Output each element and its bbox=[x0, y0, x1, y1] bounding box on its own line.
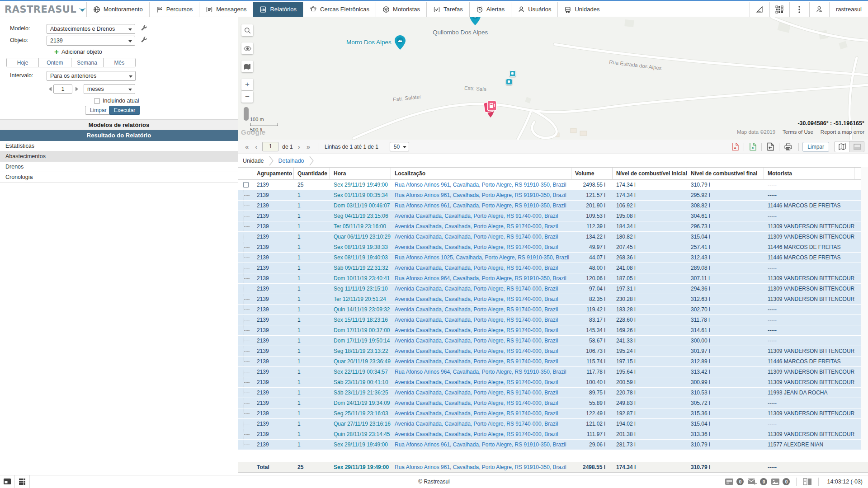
tab-unidades[interactable]: Unidades bbox=[558, 2, 606, 17]
zoom-in-button[interactable]: + bbox=[241, 79, 253, 90]
col-motorista[interactable]: Motorista bbox=[764, 168, 854, 180]
col-hora[interactable]: Hora bbox=[330, 168, 391, 180]
tree-cell[interactable] bbox=[238, 201, 253, 211]
tree-cell[interactable] bbox=[238, 408, 253, 418]
page-size-select[interactable]: 50 bbox=[390, 142, 409, 151]
tree-cell[interactable] bbox=[238, 377, 253, 387]
cell-hora[interactable]: Dom 03/11/19 00:46:07 bbox=[330, 202, 391, 209]
export-excel-button[interactable]: X bbox=[746, 141, 760, 153]
breadcrumb-detalhado[interactable]: Detalhado bbox=[278, 158, 304, 164]
cell-hora[interactable]: Sex 08/11/19 19:40:03 bbox=[330, 254, 391, 261]
modelo-select[interactable]: Abastecimentos e Drenos bbox=[47, 24, 135, 34]
terms-link[interactable]: Terms of Use bbox=[783, 129, 813, 135]
cell-localizacao[interactable]: Rua Afonso Arinos 961, Cavalhada, Porto … bbox=[391, 182, 571, 188]
cell-hora[interactable]: Sex 29/11/19 19:49:00 bbox=[330, 182, 391, 188]
cell-hora[interactable]: Quar 06/11/19 23:10:29 bbox=[330, 234, 391, 240]
next-page-button[interactable]: › bbox=[295, 143, 303, 150]
col-localizacao[interactable]: Localização bbox=[391, 168, 571, 180]
table-row[interactable]: 2139 1 Dom 24/11/19 19:34:09 Avenida Cav… bbox=[238, 398, 868, 408]
table-row[interactable]: 2139 1 Sex 08/11/19 19:38:33 Avenida Cav… bbox=[238, 242, 868, 253]
modelo-settings-wrench-icon[interactable] bbox=[140, 25, 147, 33]
tree-cell[interactable] bbox=[238, 232, 253, 242]
cell-hora[interactable]: Sáb 23/11/19 00:41:10 bbox=[330, 379, 391, 385]
increment-arrow[interactable] bbox=[75, 87, 80, 91]
zoom-out-button[interactable]: − bbox=[241, 91, 253, 103]
range-month-button[interactable]: Mês bbox=[104, 58, 135, 67]
cell-localizacao[interactable]: Rua Afonso Arinos 961, Cavalhada, Porto … bbox=[391, 202, 571, 209]
morro-dos-alpes-pin-icon[interactable] bbox=[395, 35, 406, 50]
zoom-slider-handle[interactable] bbox=[244, 107, 249, 121]
print-button[interactable] bbox=[781, 141, 795, 153]
tree-cell[interactable] bbox=[238, 221, 253, 231]
map-search-button[interactable] bbox=[241, 24, 253, 36]
cell-hora[interactable]: Dom 10/11/19 23:40:41 bbox=[330, 275, 391, 282]
cell-localizacao[interactable]: Avenida Cavalhada, Cavalhada, Porto Aleg… bbox=[391, 348, 571, 354]
cell-localizacao[interactable]: Avenida Cavalhada, Cavalhada, Porto Aleg… bbox=[391, 296, 571, 302]
result-item-abastecimentos[interactable]: Abastecimentos bbox=[0, 151, 238, 162]
cell-localizacao[interactable]: Avenida Cavalhada, Cavalhada, Porto Aleg… bbox=[391, 389, 571, 396]
cell-localizacao[interactable]: Avenida Cavalhada, Cavalhada, Porto Aleg… bbox=[391, 358, 571, 365]
tree-cell[interactable] bbox=[238, 440, 253, 450]
tree-cell[interactable] bbox=[238, 325, 253, 335]
export-file-button[interactable] bbox=[764, 141, 777, 153]
models-section-header[interactable]: Modelos de relatórios bbox=[0, 119, 238, 130]
table-row[interactable]: 2139 1 Ter 05/11/19 23:16:00 Avenida Cav… bbox=[238, 221, 868, 232]
tree-cell[interactable] bbox=[238, 357, 253, 366]
show-map-toggle[interactable] bbox=[835, 141, 849, 152]
tree-cell[interactable] bbox=[238, 346, 253, 356]
period-unit-select[interactable]: meses bbox=[84, 84, 135, 94]
tree-cell[interactable] bbox=[238, 305, 253, 314]
table-row[interactable]: 2139 1 Seg 11/11/19 23:15:10 Avenida Cav… bbox=[238, 284, 868, 294]
cell-localizacao[interactable]: Avenida Cavalhada, Cavalhada, Porto Aleg… bbox=[391, 327, 571, 333]
table-row[interactable]: 2139 1 Sáb 23/11/19 21:36:25 Avenida Cav… bbox=[238, 388, 868, 398]
table-row[interactable]: 2139 1 Quar 06/11/19 23:10:29 Avenida Ca… bbox=[238, 232, 868, 242]
cell-localizacao[interactable]: Avenida Cavalhada, Cavalhada, Porto Aleg… bbox=[391, 213, 571, 219]
table-row[interactable]: 2139 1 Quin 14/11/19 23:09:32 Avenida Ca… bbox=[238, 305, 868, 315]
intervalo-select[interactable]: Para os anteriores bbox=[47, 71, 136, 81]
cell-localizacao[interactable]: Avenida Cavalhada, Cavalhada, Porto Aleg… bbox=[391, 379, 571, 385]
period-count-input[interactable]: 1 bbox=[53, 84, 72, 94]
cell-hora[interactable]: Dom 24/11/19 19:34:09 bbox=[330, 400, 391, 406]
cell-localizacao[interactable]: Avenida Cavalhada, Cavalhada, Porto Aleg… bbox=[391, 234, 571, 240]
table-row[interactable]: 2139 1 Quar 27/11/19 23:16:16 Avenida Ca… bbox=[238, 419, 868, 429]
poi-label-morro[interactable]: Morro Dos Alpes bbox=[346, 39, 392, 46]
cell-hora[interactable]: Sex 01/11/19 00:35:34 bbox=[330, 192, 391, 198]
table-row[interactable]: 2139 1 Sex 15/11/19 18:23:16 Avenida Cav… bbox=[238, 315, 868, 325]
logout-button[interactable] bbox=[809, 2, 829, 17]
cell-localizacao[interactable]: Avenida Cavalhada, Cavalhada, Porto Aleg… bbox=[391, 431, 571, 437]
tab-mensagens[interactable]: Mensagens bbox=[199, 2, 253, 17]
cell-localizacao[interactable]: Avenida Cavalhada, Cavalhada, Porto Aleg… bbox=[391, 306, 571, 313]
result-item-estatisticas[interactable]: Estatísticas bbox=[0, 141, 238, 151]
tree-cell[interactable] bbox=[238, 315, 253, 325]
table-row[interactable]: 2139 1 Sex 01/11/19 00:35:34 Rua Afonso … bbox=[238, 190, 868, 201]
cell-localizacao[interactable]: Avenida Cavalhada, Cavalhada, Porto Aleg… bbox=[391, 410, 571, 417]
poi-label-quilombo[interactable]: Quilombo Dos Alpes bbox=[433, 29, 488, 36]
col-nivel-final[interactable]: Nível de combustível final bbox=[687, 168, 764, 180]
col-quantidade[interactable]: Quantidade bbox=[294, 168, 330, 180]
cell-hora[interactable]: Seg 25/11/19 23:16:03 bbox=[330, 410, 391, 417]
fuel-events-cluster-marker[interactable] bbox=[482, 99, 499, 118]
table-row[interactable]: 2139 1 Ter 12/11/19 20:51:24 Avenida Cav… bbox=[238, 294, 868, 305]
cell-localizacao[interactable]: Avenida Cavalhada, Cavalhada, Porto Aleg… bbox=[391, 317, 571, 323]
cell-hora[interactable]: Quin 28/11/19 23:14:45 bbox=[330, 431, 391, 437]
objeto-select[interactable]: 2139 bbox=[47, 36, 135, 46]
tab-usuarios[interactable]: Usuários bbox=[511, 2, 558, 17]
cell-localizacao[interactable]: Avenida Cavalhada, Cavalhada, Porto Aleg… bbox=[391, 421, 571, 427]
tab-cercas-eletronicas[interactable]: Cercas Eletrônicas bbox=[303, 2, 376, 17]
tree-cell[interactable] bbox=[238, 273, 253, 283]
split-view-toggle[interactable] bbox=[849, 141, 864, 152]
map-visibility-button[interactable] bbox=[241, 42, 253, 54]
measure-tool-button[interactable] bbox=[750, 2, 769, 17]
grid-panel-button[interactable] bbox=[15, 475, 30, 488]
mail-icon[interactable] bbox=[747, 478, 757, 485]
add-object-link[interactable]: + Adicionar objeto bbox=[54, 49, 102, 55]
cell-localizacao[interactable]: Rua Afonso Arinos 961, Cavalhada, Porto … bbox=[391, 192, 571, 198]
result-item-drenos[interactable]: Drenos bbox=[0, 162, 238, 172]
table-vertical-scrollbar[interactable] bbox=[861, 167, 868, 450]
tree-cell[interactable] bbox=[238, 429, 253, 439]
cell-localizacao[interactable]: Avenida Cavalhada, Cavalhada, Porto Aleg… bbox=[391, 400, 571, 406]
table-row[interactable]: 2139 1 Sex 29/11/19 19:49:00 Rua Afonso … bbox=[238, 440, 868, 450]
range-today-button[interactable]: Hoje bbox=[7, 58, 39, 67]
prev-page-button[interactable]: ‹ bbox=[252, 143, 260, 150]
cell-hora[interactable]: Quar 27/11/19 23:16:16 bbox=[330, 421, 391, 427]
